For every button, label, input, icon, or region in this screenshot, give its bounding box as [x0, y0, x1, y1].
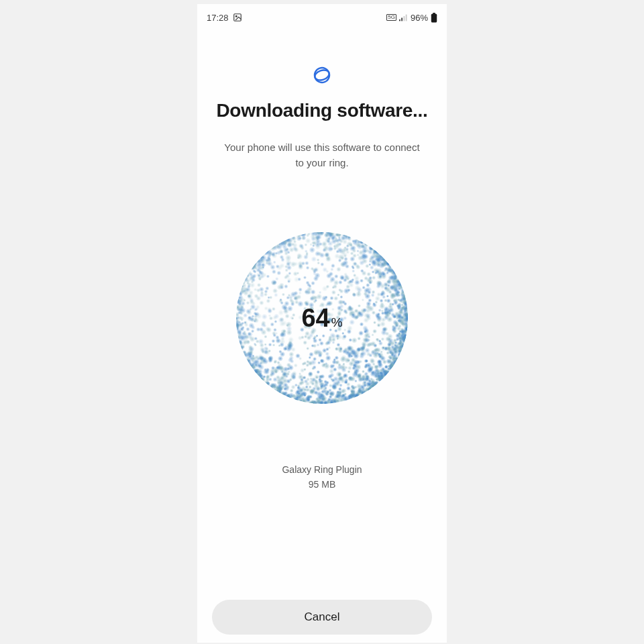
svg-point-1680 [320, 359, 325, 364]
svg-point-1153 [306, 360, 309, 364]
svg-point-1372 [266, 347, 269, 351]
svg-point-165 [360, 279, 364, 283]
svg-point-1397 [268, 315, 272, 318]
svg-point-721 [316, 343, 319, 347]
svg-point-1954 [296, 396, 299, 399]
battery-text: 96% [411, 13, 428, 23]
svg-point-877 [315, 376, 319, 379]
svg-point-1671 [343, 302, 347, 306]
svg-point-2006 [331, 264, 335, 268]
svg-point-1545 [307, 286, 312, 292]
svg-point-1879 [265, 262, 269, 266]
svg-point-2029 [374, 254, 380, 259]
svg-point-1923 [265, 327, 270, 332]
svg-point-1775 [365, 360, 368, 363]
svg-rect-2 [399, 19, 400, 20]
svg-point-1721 [391, 347, 396, 352]
svg-point-1522 [364, 364, 368, 368]
svg-point-1997 [386, 263, 390, 267]
svg-point-1182 [333, 297, 338, 301]
svg-point-1714 [331, 286, 335, 289]
svg-point-1189 [352, 292, 356, 297]
svg-point-1683 [297, 261, 303, 267]
svg-point-1363 [313, 339, 317, 343]
svg-point-1895 [355, 373, 358, 376]
svg-point-1874 [301, 232, 307, 238]
svg-point-1946 [286, 265, 292, 270]
svg-point-1665 [350, 252, 354, 256]
svg-point-2002 [400, 344, 403, 347]
svg-point-1953 [358, 376, 364, 382]
svg-point-1411 [280, 258, 284, 262]
svg-point-1629 [352, 270, 355, 273]
svg-point-755 [250, 300, 255, 305]
svg-point-802 [377, 324, 380, 327]
svg-point-1432 [268, 356, 272, 361]
svg-point-980 [273, 280, 277, 284]
page-title: Downloading software... [216, 98, 427, 123]
svg-point-324 [352, 337, 358, 343]
svg-point-1505 [341, 394, 345, 398]
svg-point-1856 [311, 378, 316, 383]
svg-point-1407 [256, 327, 261, 332]
svg-point-1287 [371, 290, 375, 294]
svg-point-1399 [313, 276, 319, 281]
svg-point-1917 [262, 266, 264, 269]
svg-point-1984 [244, 353, 250, 359]
svg-point-1060 [318, 338, 322, 342]
svg-point-763 [346, 386, 351, 391]
svg-point-1658 [380, 262, 386, 268]
svg-rect-4 [403, 16, 405, 21]
svg-point-1457 [353, 274, 356, 277]
svg-point-1944 [309, 247, 315, 253]
svg-point-1670 [278, 391, 282, 394]
svg-point-1886 [360, 255, 366, 261]
svg-point-1888 [338, 349, 343, 354]
svg-point-2031 [297, 294, 302, 300]
svg-point-1945 [276, 375, 280, 380]
svg-point-1981 [279, 386, 284, 391]
svg-point-1081 [311, 267, 315, 271]
svg-point-1433 [260, 291, 264, 295]
svg-point-954 [341, 388, 347, 394]
svg-point-1965 [243, 287, 247, 291]
svg-point-1818 [379, 303, 385, 309]
svg-point-386 [276, 271, 281, 276]
svg-point-1819 [261, 350, 265, 354]
svg-point-479 [322, 334, 325, 337]
svg-point-1928 [362, 337, 368, 343]
svg-point-2017 [344, 378, 348, 382]
svg-point-1915 [376, 365, 379, 368]
svg-point-1779 [246, 360, 250, 364]
svg-point-1969 [378, 339, 382, 343]
svg-point-111 [284, 284, 288, 289]
svg-point-1400 [258, 274, 261, 278]
svg-point-1469 [376, 280, 382, 286]
svg-point-1950 [322, 286, 328, 292]
svg-point-1811 [319, 231, 324, 236]
status-left: 17:28 [207, 13, 242, 23]
svg-point-1707 [303, 368, 307, 372]
svg-point-588 [319, 291, 322, 294]
svg-point-1951 [260, 359, 266, 365]
svg-point-1973 [384, 315, 388, 320]
svg-point-1413 [280, 376, 284, 380]
svg-point-1511 [257, 283, 261, 287]
svg-point-883 [342, 349, 347, 354]
svg-point-1908 [297, 386, 302, 391]
svg-point-1870 [292, 243, 297, 248]
svg-point-2012 [366, 287, 372, 293]
svg-point-1627 [358, 389, 362, 394]
svg-point-1694 [401, 290, 405, 294]
svg-point-1255 [294, 301, 299, 305]
svg-point-757 [295, 354, 301, 359]
svg-point-1901 [306, 347, 309, 350]
svg-point-1592 [292, 313, 296, 317]
svg-point-1843 [241, 344, 246, 349]
plugin-size: 95 MB [309, 479, 335, 490]
svg-point-1810 [282, 237, 288, 244]
svg-point-1564 [380, 356, 386, 362]
svg-point-1418 [380, 299, 384, 303]
cancel-button[interactable]: Cancel [212, 600, 432, 635]
svg-point-1748 [394, 321, 399, 326]
